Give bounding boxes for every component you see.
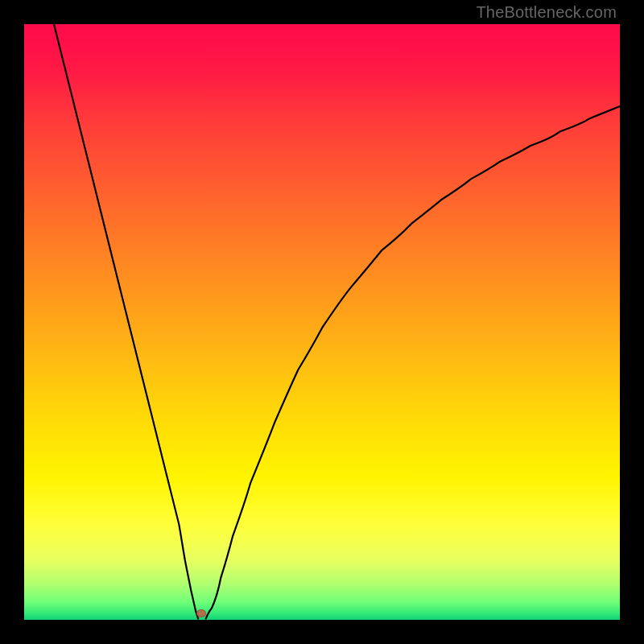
min-point-marker [196,609,206,617]
watermark-text: TheBottleneck.com [476,3,617,22]
curve-svg [24,24,620,620]
curve-left-branch [54,24,198,619]
curve-right-branch [206,106,620,618]
plot-area [24,24,620,620]
